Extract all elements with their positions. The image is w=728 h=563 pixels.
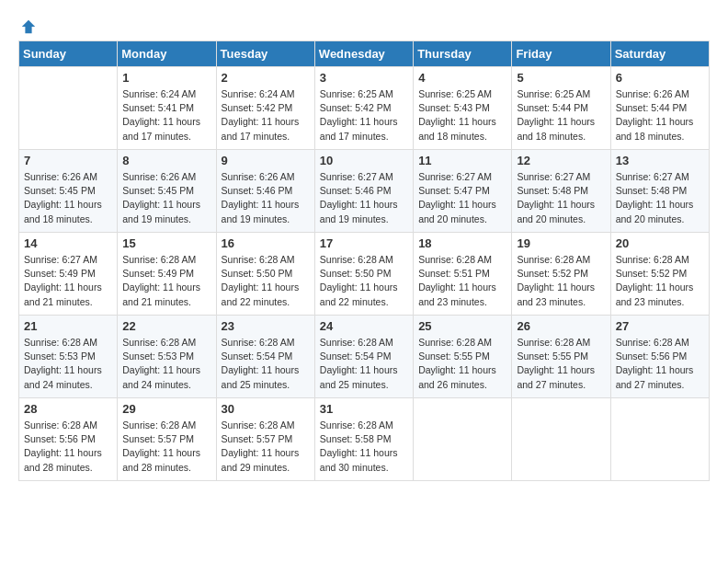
day-number: 23	[222, 319, 310, 333]
calendar-cell	[19, 67, 118, 150]
calendar-cell: 29Sunrise: 6:28 AMSunset: 5:57 PMDayligh…	[118, 398, 216, 481]
calendar-cell: 13Sunrise: 6:27 AMSunset: 5:48 PMDayligh…	[610, 150, 709, 233]
day-info: Sunrise: 6:27 AMSunset: 5:47 PMDaylight:…	[418, 170, 506, 226]
day-info: Sunrise: 6:26 AMSunset: 5:45 PMDaylight:…	[122, 170, 210, 226]
day-info: Sunrise: 6:26 AMSunset: 5:44 PMDaylight:…	[616, 87, 704, 144]
calendar-cell: 27Sunrise: 6:28 AMSunset: 5:56 PMDayligh…	[610, 316, 709, 398]
day-number: 11	[418, 154, 506, 167]
calendar-cell: 22Sunrise: 6:28 AMSunset: 5:53 PMDayligh…	[118, 316, 216, 398]
calendar-week-row: 28Sunrise: 6:28 AMSunset: 5:56 PMDayligh…	[19, 398, 710, 481]
calendar-cell: 25Sunrise: 6:28 AMSunset: 5:55 PMDayligh…	[414, 316, 512, 398]
weekday-header: Friday	[512, 41, 610, 67]
calendar-cell: 12Sunrise: 6:27 AMSunset: 5:48 PMDayligh…	[512, 150, 610, 233]
day-info: Sunrise: 6:27 AMSunset: 5:49 PMDaylight:…	[24, 253, 112, 309]
calendar-week-row: 14Sunrise: 6:27 AMSunset: 5:49 PMDayligh…	[19, 233, 710, 316]
calendar-cell: 19Sunrise: 6:28 AMSunset: 5:52 PMDayligh…	[512, 233, 610, 316]
calendar-cell: 10Sunrise: 6:27 AMSunset: 5:46 PMDayligh…	[314, 150, 413, 233]
day-info: Sunrise: 6:28 AMSunset: 5:57 PMDaylight:…	[122, 419, 210, 475]
calendar-cell: 5Sunrise: 6:25 AMSunset: 5:44 PMDaylight…	[512, 67, 610, 150]
weekday-header: Saturday	[610, 41, 709, 67]
day-info: Sunrise: 6:24 AMSunset: 5:42 PMDaylight:…	[222, 87, 310, 144]
day-info: Sunrise: 6:28 AMSunset: 5:52 PMDaylight:…	[616, 253, 704, 309]
calendar-cell: 15Sunrise: 6:28 AMSunset: 5:49 PMDayligh…	[118, 233, 216, 316]
calendar-cell: 18Sunrise: 6:28 AMSunset: 5:51 PMDayligh…	[414, 233, 512, 316]
calendar-cell	[610, 398, 709, 481]
day-number: 25	[418, 319, 506, 333]
day-info: Sunrise: 6:28 AMSunset: 5:57 PMDaylight:…	[222, 419, 310, 475]
day-number: 18	[418, 236, 506, 250]
day-number: 31	[320, 402, 408, 416]
day-info: Sunrise: 6:27 AMSunset: 5:48 PMDaylight:…	[616, 170, 704, 226]
day-number: 29	[122, 402, 210, 416]
calendar-cell: 21Sunrise: 6:28 AMSunset: 5:53 PMDayligh…	[19, 316, 118, 398]
day-info: Sunrise: 6:28 AMSunset: 5:53 PMDaylight:…	[122, 336, 210, 392]
day-info: Sunrise: 6:28 AMSunset: 5:53 PMDaylight:…	[24, 336, 112, 392]
day-number: 19	[517, 236, 605, 250]
day-number: 22	[122, 319, 210, 333]
calendar-cell: 11Sunrise: 6:27 AMSunset: 5:47 PMDayligh…	[414, 150, 512, 233]
day-number: 21	[24, 319, 112, 333]
day-info: Sunrise: 6:28 AMSunset: 5:51 PMDaylight:…	[418, 253, 506, 309]
day-number: 12	[517, 154, 605, 167]
calendar-week-row: 7Sunrise: 6:26 AMSunset: 5:45 PMDaylight…	[19, 150, 710, 233]
day-info: Sunrise: 6:28 AMSunset: 5:56 PMDaylight:…	[616, 336, 704, 392]
calendar-cell	[414, 398, 512, 481]
day-info: Sunrise: 6:28 AMSunset: 5:50 PMDaylight:…	[222, 253, 310, 309]
day-number: 3	[320, 71, 408, 85]
calendar-cell: 1Sunrise: 6:24 AMSunset: 5:41 PMDaylight…	[118, 67, 216, 150]
weekday-header: Wednesday	[314, 41, 413, 67]
weekday-header: Monday	[118, 41, 216, 67]
day-number: 17	[320, 236, 408, 250]
calendar-cell: 9Sunrise: 6:26 AMSunset: 5:46 PMDaylight…	[216, 150, 314, 233]
calendar-table: SundayMondayTuesdayWednesdayThursdayFrid…	[18, 40, 710, 481]
day-number: 4	[418, 71, 506, 85]
day-info: Sunrise: 6:26 AMSunset: 5:46 PMDaylight:…	[222, 170, 310, 226]
weekday-header: Tuesday	[216, 41, 314, 67]
day-number: 27	[616, 319, 704, 333]
calendar-cell: 23Sunrise: 6:28 AMSunset: 5:54 PMDayligh…	[216, 316, 314, 398]
calendar-cell: 2Sunrise: 6:24 AMSunset: 5:42 PMDaylight…	[216, 67, 314, 150]
calendar-cell: 8Sunrise: 6:26 AMSunset: 5:45 PMDaylight…	[118, 150, 216, 233]
day-info: Sunrise: 6:27 AMSunset: 5:46 PMDaylight:…	[320, 170, 408, 226]
day-number: 28	[24, 402, 112, 416]
day-info: Sunrise: 6:28 AMSunset: 5:58 PMDaylight:…	[320, 419, 408, 475]
day-info: Sunrise: 6:28 AMSunset: 5:50 PMDaylight:…	[320, 253, 408, 309]
page-header	[18, 18, 710, 31]
calendar-cell: 3Sunrise: 6:25 AMSunset: 5:42 PMDaylight…	[314, 67, 413, 150]
day-number: 30	[222, 402, 310, 416]
calendar-week-row: 21Sunrise: 6:28 AMSunset: 5:53 PMDayligh…	[19, 316, 710, 398]
calendar-cell: 7Sunrise: 6:26 AMSunset: 5:45 PMDaylight…	[19, 150, 118, 233]
day-number: 26	[517, 319, 605, 333]
day-info: Sunrise: 6:24 AMSunset: 5:41 PMDaylight:…	[122, 87, 210, 144]
calendar-cell: 24Sunrise: 6:28 AMSunset: 5:54 PMDayligh…	[314, 316, 413, 398]
day-number: 24	[320, 319, 408, 333]
calendar-cell: 28Sunrise: 6:28 AMSunset: 5:56 PMDayligh…	[19, 398, 118, 481]
day-info: Sunrise: 6:28 AMSunset: 5:55 PMDaylight:…	[418, 336, 506, 392]
calendar-cell	[512, 398, 610, 481]
logo	[18, 18, 37, 31]
day-number: 20	[616, 236, 704, 250]
day-number: 5	[517, 71, 605, 85]
weekday-header: Thursday	[414, 41, 512, 67]
day-info: Sunrise: 6:27 AMSunset: 5:48 PMDaylight:…	[517, 170, 605, 226]
day-info: Sunrise: 6:25 AMSunset: 5:43 PMDaylight:…	[418, 87, 506, 144]
day-number: 16	[222, 236, 310, 250]
day-number: 13	[616, 154, 704, 167]
day-info: Sunrise: 6:25 AMSunset: 5:44 PMDaylight:…	[517, 87, 605, 144]
calendar-cell: 30Sunrise: 6:28 AMSunset: 5:57 PMDayligh…	[216, 398, 314, 481]
day-number: 6	[616, 71, 704, 85]
day-number: 2	[222, 71, 310, 85]
calendar-cell: 26Sunrise: 6:28 AMSunset: 5:55 PMDayligh…	[512, 316, 610, 398]
day-number: 10	[320, 154, 408, 167]
calendar-week-row: 1Sunrise: 6:24 AMSunset: 5:41 PMDaylight…	[19, 67, 710, 150]
day-number: 15	[122, 236, 210, 250]
day-info: Sunrise: 6:26 AMSunset: 5:45 PMDaylight:…	[24, 170, 112, 226]
day-info: Sunrise: 6:28 AMSunset: 5:55 PMDaylight:…	[517, 336, 605, 392]
day-number: 8	[122, 154, 210, 167]
logo-icon	[20, 18, 37, 35]
calendar-cell: 14Sunrise: 6:27 AMSunset: 5:49 PMDayligh…	[19, 233, 118, 316]
day-info: Sunrise: 6:28 AMSunset: 5:54 PMDaylight:…	[222, 336, 310, 392]
day-info: Sunrise: 6:28 AMSunset: 5:52 PMDaylight:…	[517, 253, 605, 309]
day-info: Sunrise: 6:25 AMSunset: 5:42 PMDaylight:…	[320, 87, 408, 144]
day-number: 1	[122, 71, 210, 85]
